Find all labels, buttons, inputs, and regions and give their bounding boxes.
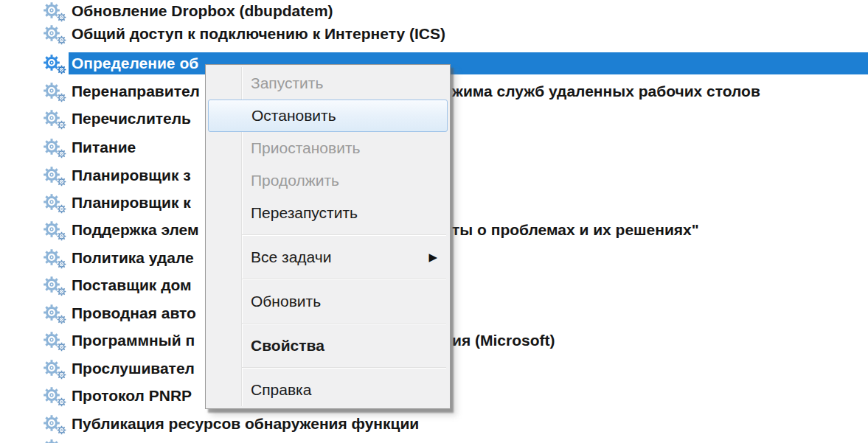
menu-separator (208, 273, 448, 285)
menu-separator (208, 362, 448, 374)
menu-item-label: Все задачи (251, 248, 331, 266)
service-row[interactable]: Общий доступ к подключению к Интернету (… (0, 23, 868, 45)
service-gear-icon (43, 192, 65, 213)
context-menu: Запустить Остановить Приостановить Продо… (205, 64, 451, 409)
service-gear-icon (43, 386, 65, 406)
service-gear-icon (43, 414, 65, 434)
service-name: Политика удале (69, 247, 198, 269)
service-gear-icon (43, 358, 65, 379)
service-gear-icon (43, 108, 65, 129)
menu-item-properties[interactable]: Свойства (208, 329, 448, 362)
menu-item-help[interactable]: Справка (208, 374, 448, 406)
service-name: Публикация ресурсов обнаружения функции (69, 413, 423, 435)
service-name: Поддержка элем (69, 219, 204, 241)
menu-item-label: Приостановить (251, 139, 360, 157)
service-name: Прослушивател (69, 357, 199, 380)
menu-item-pause[interactable]: Приостановить (208, 132, 448, 164)
menu-item-refresh[interactable]: Обновить (208, 285, 448, 318)
services-list-panel: Обновление Dropbox (dbupdatem) Общий дос… (0, 0, 868, 443)
service-name: Общий доступ к подключению к Интернету (… (69, 23, 450, 45)
service-name: Перечислитель (69, 108, 195, 130)
service-name-continuation: ия (Microsoft) (452, 329, 555, 352)
submenu-arrow-icon: ▶ (428, 251, 437, 264)
menu-item-stop[interactable]: Остановить (208, 100, 448, 132)
menu-item-label: Продолжить (251, 172, 339, 189)
menu-item-all-tasks[interactable]: Все задачи ▶ (208, 241, 448, 273)
menu-item-label: Перезапустить (251, 204, 358, 222)
service-row[interactable]: Публикация ресурсов обнаружения функции (0, 413, 868, 435)
menu-item-label: Справка (251, 381, 311, 399)
service-gear-icon (43, 137, 65, 158)
service-gear-icon (43, 275, 65, 296)
service-name-continuation: ты о проблемах и их решениях" (452, 219, 699, 241)
service-gear-icon (43, 438, 65, 443)
menu-item-start[interactable]: Запустить (208, 67, 448, 100)
menu-item-resume[interactable]: Продолжить (208, 164, 448, 197)
menu-separator (208, 318, 448, 329)
menu-item-label: Запустить (251, 74, 323, 92)
service-gear-icon (43, 220, 65, 240)
service-gear-icon (43, 53, 65, 74)
service-gear-icon (43, 1, 65, 21)
service-name: Планировщик к (69, 192, 195, 214)
service-name: Поставщик дом (69, 274, 196, 296)
service-gear-icon (43, 165, 65, 186)
menu-item-label: Свойства (251, 337, 324, 355)
menu-item-label: Обновить (251, 293, 321, 310)
service-name: Протокол PNRP (69, 385, 196, 407)
service-name: Определение об (69, 52, 868, 74)
menu-item-label: Остановить (251, 107, 336, 125)
service-name: Обновление Dropbox (dbupdatem) (69, 0, 338, 22)
service-name: Перенаправител (69, 80, 204, 102)
service-gear-icon (43, 24, 65, 44)
service-name-continuation: жима служб удаленных рабочих столов (452, 80, 760, 102)
service-name: Питание (69, 136, 140, 158)
service-name: Проводная авто (69, 302, 201, 324)
menu-separator (208, 229, 448, 241)
menu-item-restart[interactable]: Перезапустить (208, 197, 448, 229)
service-gear-icon (43, 303, 65, 324)
service-row[interactable] (0, 437, 868, 443)
service-row[interactable]: Обновление Dropbox (dbupdatem) (0, 0, 868, 22)
service-name: Программный п (69, 329, 199, 352)
service-gear-icon (43, 81, 65, 102)
service-name: Планировщик з (69, 164, 195, 186)
service-gear-icon (43, 330, 65, 351)
service-gear-icon (43, 248, 65, 268)
